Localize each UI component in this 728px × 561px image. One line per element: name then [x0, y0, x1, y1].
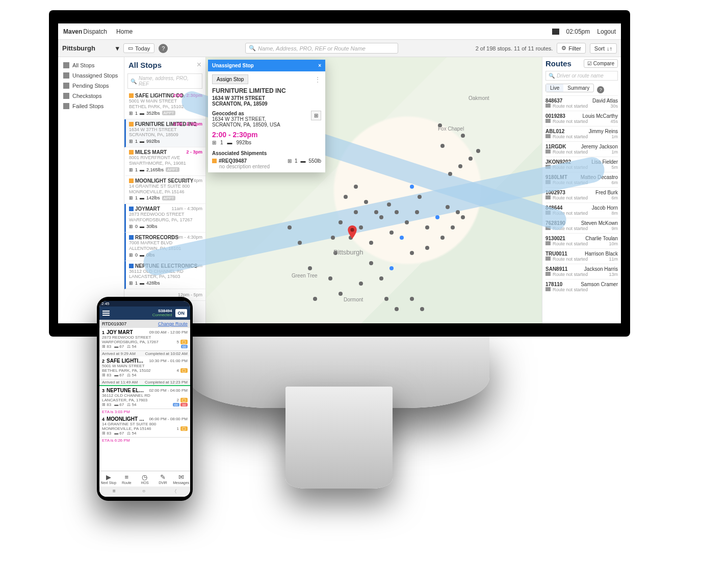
map-stop-dot[interactable]	[456, 210, 460, 214]
nav-home[interactable]: Home	[116, 28, 133, 35]
map-stop-dot[interactable]	[308, 266, 312, 270]
help-icon[interactable]: ?	[159, 44, 168, 53]
stop-card[interactable]: 2 - 3pmMILES MART8001 RIVERFRONT AVESWAR…	[124, 147, 205, 176]
route-row[interactable]: ABL012Jimmy ReinsRoute not started1m	[545, 126, 618, 141]
sidebar-item[interactable]: Checkstops	[60, 91, 122, 101]
map-stop-dot[interactable]	[374, 210, 378, 214]
phone-tab[interactable]: ✎DVIR	[154, 471, 172, 487]
sort-button[interactable]: Sort ↓↑	[590, 43, 617, 54]
route-row[interactable]: 178110Samson CramerRoute not started	[545, 279, 618, 294]
map-stop-dot[interactable]	[440, 144, 445, 148]
map-stop-dot[interactable]	[369, 241, 373, 245]
map-stop-dot[interactable]	[339, 220, 343, 224]
map-stop-dot[interactable]	[461, 215, 465, 219]
map-stop-dot[interactable]	[298, 241, 302, 245]
view-toggle[interactable]: Live Summary	[545, 84, 594, 92]
map-stop-dot[interactable]	[410, 185, 414, 189]
map-stop-dot[interactable]	[415, 210, 419, 214]
phone-tab[interactable]: ✉Messages	[172, 471, 190, 487]
on-toggle[interactable]: ON	[175, 309, 188, 317]
route-row[interactable]: TRU0011Harrison BlackRoute not started11…	[545, 248, 618, 264]
stop-card[interactable]: 2:00 - 2:30pmFURNITURE LIMITED INC1634 W…	[124, 119, 205, 148]
map-stop-dot[interactable]	[395, 210, 399, 214]
nav-back-icon[interactable]: 〈	[172, 488, 177, 495]
route-row[interactable]: 9130021Charlie ToulanRoute not started10…	[545, 233, 618, 248]
phone-tab[interactable]: ≡Route	[118, 471, 136, 487]
route-row[interactable]: 848637David AtlasRoute not started30s	[545, 95, 618, 111]
map[interactable]: Unassigned Stop × Assign Stop ⋮ FURNITUR…	[206, 57, 542, 323]
sidebar-item[interactable]: Failed Stops	[60, 101, 122, 111]
city-select[interactable]: Pittsburgh ▾	[62, 44, 119, 52]
map-stop-dot[interactable]	[448, 172, 452, 176]
map-stop-dot[interactable]	[451, 225, 455, 230]
map-stop-dot[interactable]	[389, 231, 394, 235]
stops-search[interactable]: 🔍 Name, address, PRO, REF	[127, 73, 202, 89]
phone-stop[interactable]: 1JOY MART09:00 AM - 12:00 PM2873 REDWOOD…	[99, 328, 190, 351]
map-stop-dot[interactable]	[435, 215, 439, 219]
global-search[interactable]: 🔍 Name, Address, PRO, REF or Route Name	[245, 43, 398, 54]
phone-tab[interactable]: ◷HOS	[136, 471, 154, 487]
ship-ref[interactable]: #REQ39487	[219, 158, 247, 164]
phone-tab[interactable]: ▶Next Stop	[99, 471, 118, 487]
map-stop-dot[interactable]	[389, 266, 394, 270]
nav-home-icon[interactable]: ○	[142, 488, 145, 495]
route-row[interactable]: 11RGDKJeremy JacksonRoute not started1m	[545, 141, 618, 157]
map-pin[interactable]	[348, 225, 357, 239]
map-stop-dot[interactable]	[469, 157, 473, 161]
map-stop-dot[interactable]	[395, 307, 399, 311]
map-stop-dot[interactable]	[384, 297, 388, 301]
phone-stop[interactable]: 2SAFE LIGHTING …10:30 PM - 01:00 PM5001 …	[99, 356, 190, 379]
nav-recent-icon[interactable]: ≡	[113, 488, 116, 495]
help-icon[interactable]: ?	[597, 86, 604, 93]
more-icon[interactable]: ⋮	[314, 75, 321, 84]
map-stop-dot[interactable]	[410, 297, 414, 301]
map-stop-dot[interactable]	[425, 225, 429, 230]
phone-stop[interactable]: 3NEPTUNE ELEC…02:00 PM - 04:00 PM36112 O…	[99, 386, 190, 409]
map-stop-dot[interactable]	[369, 261, 373, 265]
map-stop-dot[interactable]	[328, 276, 332, 280]
change-route-link[interactable]: Change Route	[158, 321, 188, 326]
logout-link[interactable]: Logout	[597, 28, 616, 35]
map-stop-dot[interactable]	[458, 164, 462, 168]
map-stop-dot[interactable]	[440, 236, 445, 240]
map-stop-dot[interactable]	[420, 307, 424, 311]
today-button[interactable]: ▭ Today	[123, 43, 154, 53]
map-stop-dot[interactable]	[364, 200, 368, 204]
map-stop-dot[interactable]	[410, 251, 414, 255]
map-stop-dot[interactable]	[313, 297, 317, 301]
sidebar-item[interactable]: Pending Stops	[60, 81, 122, 91]
assign-stop-button[interactable]: Assign Stop	[212, 74, 248, 84]
map-stop-dot[interactable]	[400, 236, 404, 240]
geocode-button[interactable]: ⊞	[311, 111, 321, 120]
map-stop-dot[interactable]	[344, 195, 348, 199]
map-stop-dot[interactable]	[359, 282, 363, 286]
map-stop-dot[interactable]	[359, 225, 363, 230]
compare-button[interactable]: ☑ Compare	[584, 59, 618, 68]
map-stop-dot[interactable]	[339, 292, 343, 296]
map-stop-dot[interactable]	[418, 195, 422, 199]
map-stop-dot[interactable]	[446, 205, 450, 209]
close-icon[interactable]: ×	[197, 60, 201, 69]
map-stop-dot[interactable]	[354, 185, 358, 189]
phone-stop[interactable]: 4MOONLIGHT SEC…06:00 PM - 08:00 PM14 GRA…	[99, 415, 190, 438]
route-row[interactable]: 0019283Louis McCarthyRoute not started45…	[545, 111, 618, 126]
stop-card[interactable]: 9am - 4pmMOONLIGHT SECURITY14 GRANTINE S…	[124, 176, 205, 205]
map-stop-dot[interactable]	[387, 202, 391, 207]
menu-icon[interactable]	[102, 310, 110, 317]
map-stop-dot[interactable]	[405, 220, 409, 224]
map-stop-dot[interactable]	[354, 210, 358, 214]
route-row[interactable]: SAN8911Jackson HarrisRoute not started13…	[545, 264, 618, 279]
sidebar-item[interactable]: All Stops	[60, 60, 122, 70]
map-stop-dot[interactable]	[379, 215, 383, 219]
stop-card[interactable]: 11am - 4:30pmJOYMART2873 REDWOOD STREETW…	[124, 204, 205, 233]
map-stop-dot[interactable]	[425, 246, 429, 250]
seg-summary[interactable]: Summary	[563, 84, 593, 92]
map-stop-dot[interactable]	[476, 149, 480, 153]
map-stop-dot[interactable]	[461, 134, 465, 138]
map-stop-dot[interactable]	[331, 236, 335, 240]
sidebar-item[interactable]: Unassigned Stops	[60, 70, 122, 81]
map-stop-dot[interactable]	[288, 225, 292, 230]
seg-live[interactable]: Live	[546, 84, 563, 92]
filter-button[interactable]: ⚙ Filter	[557, 43, 585, 54]
close-icon[interactable]: ×	[318, 63, 321, 68]
